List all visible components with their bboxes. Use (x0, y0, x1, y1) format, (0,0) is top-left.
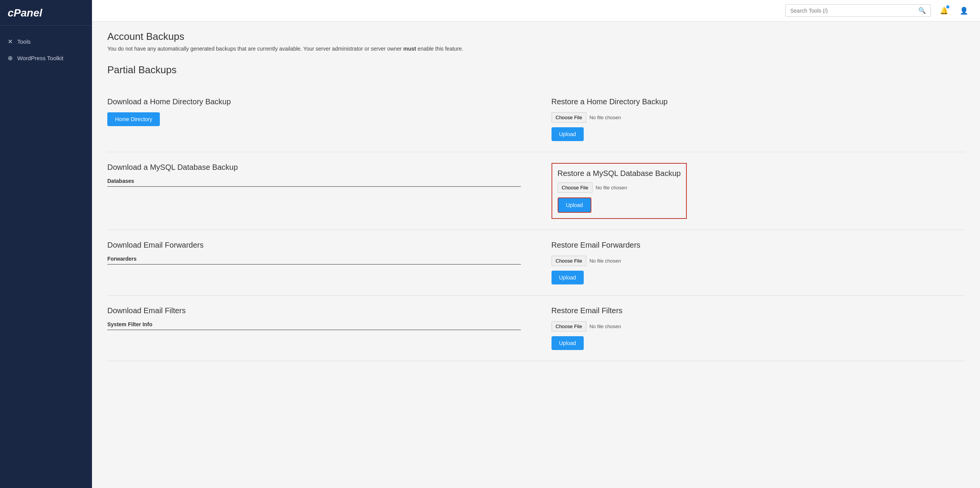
section-home-directory-left: Download a Home Directory Backup Home Di… (107, 97, 536, 141)
section-filters-right: Restore Email Filters Choose File No fil… (536, 306, 965, 350)
tools-icon: ✕ (8, 38, 13, 45)
notification-dot (946, 5, 949, 8)
forwarders-restore-title: Restore Email Forwarders (552, 241, 965, 250)
account-backups-title: Account Backups (107, 31, 965, 43)
desc-bold: must (403, 46, 416, 52)
desc-after: enable this feature. (416, 46, 463, 52)
sidebar: cPanel ✕ Tools ⊕ WordPress Toolkit (0, 0, 92, 488)
logo: cPanel (0, 0, 92, 26)
section-home-directory: Download a Home Directory Backup Home Di… (107, 87, 965, 152)
section-forwarders-left: Download Email Forwarders Forwarders (107, 241, 536, 284)
section-email-filters: Download Email Filters System Filter Inf… (107, 296, 965, 361)
forwarders-choose-file-button[interactable]: Choose File (552, 256, 586, 266)
mysql-choose-file-button[interactable]: Choose File (558, 182, 593, 193)
section-forwarders-right: Restore Email Forwarders Choose File No … (536, 241, 965, 284)
sidebar-item-tools[interactable]: ✕ Tools (0, 33, 92, 50)
mysql-no-file-text: No file chosen (596, 185, 627, 191)
search-input[interactable] (790, 8, 918, 14)
section-mysql-right: Restore a MySQL Database Backup Choose F… (536, 163, 965, 219)
forwarders-upload-button[interactable]: Upload (552, 271, 584, 284)
partial-backups-title: Partial Backups (107, 64, 965, 76)
search-container: 🔍 (785, 4, 931, 17)
sidebar-item-wordpress-toolkit[interactable]: ⊕ WordPress Toolkit (0, 50, 92, 66)
forwarders-download-title: Download Email Forwarders (107, 241, 521, 250)
filters-file-input-row: Choose File No file chosen (552, 321, 965, 332)
section-filters-left: Download Email Filters System Filter Inf… (107, 306, 536, 350)
main-content: Account Backups You do not have any auto… (92, 21, 980, 488)
forwarders-no-file-text: No file chosen (589, 258, 621, 264)
mysql-download-title: Download a MySQL Database Backup (107, 163, 521, 172)
home-dir-choose-file-button[interactable]: Choose File (552, 112, 586, 123)
sidebar-item-tools-label: Tools (17, 38, 31, 45)
forwarders-label: Forwarders (107, 256, 521, 265)
mysql-restore-title: Restore a MySQL Database Backup (558, 169, 681, 178)
section-home-directory-right: Restore a Home Directory Backup Choose F… (536, 97, 965, 141)
wordpress-icon: ⊕ (8, 54, 13, 62)
home-dir-upload-button[interactable]: Upload (552, 127, 584, 141)
notifications-button[interactable]: 🔔 (937, 4, 951, 18)
home-dir-restore-title: Restore a Home Directory Backup (552, 97, 965, 106)
header-icons: 🔔 👤 (937, 4, 971, 18)
account-backups-desc: You do not have any automatically genera… (107, 46, 965, 52)
header: 🔍 🔔 👤 (92, 0, 980, 21)
desc-before: You do not have any automatically genera… (107, 46, 403, 52)
filters-restore-title: Restore Email Filters (552, 306, 965, 315)
sidebar-item-wordpress-label: WordPress Toolkit (17, 55, 63, 61)
filters-upload-button[interactable]: Upload (552, 336, 584, 350)
mysql-upload-button[interactable]: Upload (558, 197, 591, 213)
section-mysql-left: Download a MySQL Database Backup Databas… (107, 163, 536, 219)
main-wrapper: 🔍 🔔 👤 Account Backups You do not have an… (92, 0, 980, 488)
mysql-file-input-row: Choose File No file chosen (558, 182, 681, 193)
system-filter-label: System Filter Info (107, 321, 521, 330)
section-mysql-database: Download a MySQL Database Backup Databas… (107, 152, 965, 230)
mysql-restore-highlight-box: Restore a MySQL Database Backup Choose F… (552, 163, 687, 219)
home-dir-no-file-text: No file chosen (589, 115, 621, 120)
user-menu-button[interactable]: 👤 (957, 4, 971, 18)
filters-no-file-text: No file chosen (589, 324, 621, 329)
sidebar-nav: ✕ Tools ⊕ WordPress Toolkit (0, 26, 92, 74)
home-directory-button[interactable]: Home Directory (107, 112, 160, 126)
filters-download-title: Download Email Filters (107, 306, 521, 315)
section-email-forwarders: Download Email Forwarders Forwarders Res… (107, 230, 965, 296)
forwarders-file-input-row: Choose File No file chosen (552, 256, 965, 266)
search-icon: 🔍 (918, 7, 926, 14)
databases-label: Databases (107, 178, 521, 187)
home-dir-file-input-row: Choose File No file chosen (552, 112, 965, 123)
home-dir-download-title: Download a Home Directory Backup (107, 97, 521, 106)
filters-choose-file-button[interactable]: Choose File (552, 321, 586, 332)
